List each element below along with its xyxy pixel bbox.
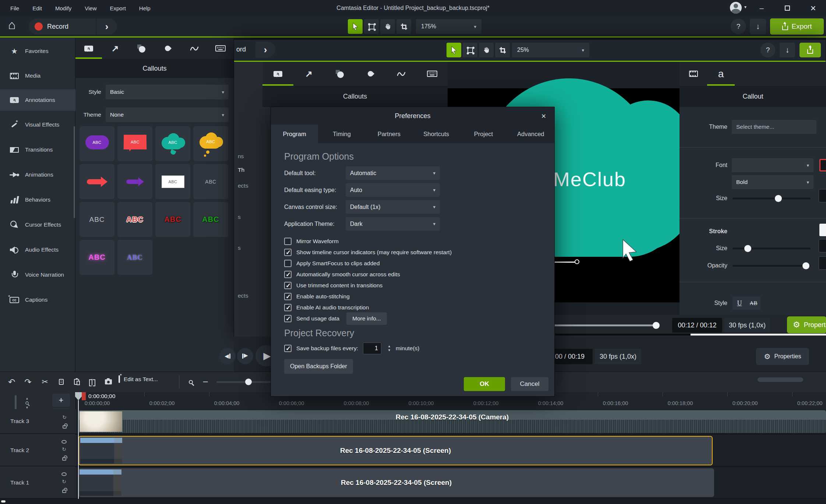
avatar[interactable] <box>730 2 742 14</box>
w2-pan-tool-button[interactable] <box>479 43 494 57</box>
home-icon[interactable]: ⌂ <box>8 18 16 32</box>
backup-minutes-stepper[interactable]: ▲▼ <box>388 345 391 352</box>
w2-opacity-field[interactable] <box>819 256 826 270</box>
w2-record-options-button[interactable]: › <box>255 42 275 58</box>
callout-red-arrow[interactable] <box>80 164 114 199</box>
timeline-hscrollbar[interactable] <box>758 377 803 382</box>
slider-knob[interactable] <box>744 245 751 252</box>
seek-knob[interactable] <box>653 322 660 329</box>
w2-font-size-slider[interactable] <box>733 198 811 199</box>
export-button[interactable]: Export <box>770 18 824 35</box>
dialog-close-button[interactable]: × <box>538 111 549 122</box>
eye-icon[interactable] <box>61 440 67 444</box>
loop-icon[interactable]: ↻ <box>62 479 66 485</box>
w2-scrollbar-thumb[interactable] <box>691 334 826 336</box>
backup-minutes-field[interactable] <box>363 342 381 354</box>
undo-button[interactable]: ↶ <box>5 375 18 388</box>
callout-purple-arrow[interactable] <box>117 164 152 199</box>
lock-icon[interactable] <box>62 490 66 493</box>
w2-help-button[interactable]: ? <box>760 43 775 57</box>
zoom-out-button[interactable]: − <box>199 375 212 388</box>
track1-header[interactable]: Track 1 ↻ <box>0 467 76 499</box>
checkbox-usage-data[interactable] <box>284 315 292 322</box>
timeline-zoom-slider[interactable] <box>216 381 272 383</box>
w2-props-tab-media[interactable] <box>679 62 707 86</box>
checkbox-timeline-cursor-indicators[interactable] <box>284 249 292 256</box>
cancel-button[interactable]: Cancel <box>511 377 548 391</box>
w2-download-button[interactable]: ↓ <box>780 43 795 57</box>
callout-dark-red-text[interactable]: ABC <box>155 202 190 237</box>
callout-gray-text[interactable]: ABC <box>80 202 114 237</box>
track3-header[interactable]: Track 3 ↻ <box>0 409 76 434</box>
sidebar-scrollbar[interactable] <box>74 126 75 218</box>
tab-keystrokes[interactable] <box>207 38 234 59</box>
w2-seek-slider[interactable] <box>553 324 659 326</box>
w2-stroke-size-field[interactable] <box>819 239 826 252</box>
callout-red-speech[interactable]: ABC <box>117 126 152 161</box>
w2-canvas-zoom-dropdown[interactable]: 25% ▾ <box>512 43 589 57</box>
sidebar-item-visual-effects[interactable]: Visual Effects <box>0 114 75 135</box>
zoom-timeline-button[interactable] <box>184 375 197 388</box>
open-backups-folder-button[interactable]: Open Backups Folder <box>284 359 353 374</box>
download-button[interactable]: ↓ <box>750 19 766 34</box>
sidebar-item-animations[interactable]: Animations <box>0 164 75 185</box>
sidebar-item-audio-effects[interactable]: Audio Effects <box>0 239 75 260</box>
application-theme-dropdown[interactable]: Dark▾ <box>346 217 440 231</box>
tab-callouts[interactable]: a <box>75 38 102 59</box>
playhead-red-handle[interactable] <box>82 392 86 400</box>
avatar-caret-icon[interactable]: ▾ <box>744 4 746 10</box>
tab-shapes[interactable] <box>128 38 155 59</box>
lock-icon[interactable] <box>63 425 67 429</box>
w2-share-button[interactable] <box>799 43 821 57</box>
canvas-zoom-dropdown[interactable]: 175% ▾ <box>416 19 481 34</box>
playhead-line[interactable] <box>78 400 79 499</box>
loop-icon[interactable]: ↻ <box>62 414 67 420</box>
w2-stroke-size-slider[interactable] <box>733 248 811 249</box>
w2-stroke-color-swatch[interactable] <box>819 224 826 236</box>
checkbox-mirror-waveform[interactable] <box>284 238 292 245</box>
callout-purple-bubble[interactable]: ABC <box>80 126 114 161</box>
step-forward-button[interactable]: ◀ <box>237 348 253 364</box>
w2-font-dropdown[interactable]: ▾ <box>732 158 813 172</box>
tab-sketch[interactable] <box>181 38 208 59</box>
maximize-button[interactable] <box>779 0 796 16</box>
w2-transform-tool-button[interactable] <box>463 43 477 57</box>
loop-icon[interactable]: ↻ <box>62 446 66 452</box>
canvas-control-size-dropdown[interactable]: Default (1x)▾ <box>346 200 440 214</box>
checkbox-ai-transcription[interactable] <box>284 304 292 311</box>
close-button[interactable]: × <box>805 0 822 16</box>
sidebar-item-behaviors[interactable]: Behaviors <box>0 189 75 210</box>
tab-partners[interactable]: Partners <box>366 125 413 143</box>
checkbox-auto-stitching[interactable] <box>284 293 292 300</box>
callout-pink-glow-text[interactable]: ABC <box>80 240 114 275</box>
w2-tab-keystrokes[interactable] <box>417 62 448 86</box>
paste-button[interactable] <box>70 375 83 388</box>
edit-as-text-button[interactable]: ✦ Edit as Text... <box>119 376 158 383</box>
track2-header[interactable]: Track 2 ↻ <box>0 435 76 466</box>
sidebar-item-favorites[interactable]: ★Favorites <box>0 41 75 61</box>
minimize-button[interactable]: – <box>753 0 770 16</box>
sidebar-item-cursor-effects[interactable]: Cursor Effects <box>0 214 75 235</box>
checkbox-trimmed-content[interactable] <box>284 282 292 289</box>
track3-clip[interactable]: Rec 16-08-2025-22-34-05 (Camera) <box>78 410 826 433</box>
copy-button[interactable] <box>54 375 68 388</box>
theme-dropdown[interactable]: None▾ <box>106 107 229 122</box>
w2-properties-button[interactable]: ⚙ Properties <box>787 316 826 333</box>
underline-button[interactable]: U <box>733 297 746 310</box>
ok-button[interactable]: OK <box>464 377 505 391</box>
w2-select-tool-button[interactable] <box>446 43 461 57</box>
checkbox-smooth-cursor[interactable] <box>284 271 292 278</box>
snapshot-button[interactable] <box>102 375 115 388</box>
style-dropdown[interactable]: Basic▾ <box>106 85 229 99</box>
callout-white-text-box[interactable]: ABC <box>155 164 190 199</box>
record-button[interactable]: Record <box>29 18 96 35</box>
split-button[interactable] <box>85 375 99 388</box>
tab-timing[interactable]: Timing <box>318 125 365 143</box>
w2-props-tab-text[interactable]: a <box>707 62 735 86</box>
transform-tool-button[interactable] <box>364 19 379 34</box>
track1-clip[interactable]: Rec 16-08-2025-22-34-05 (Screen) <box>78 468 714 497</box>
checkbox-smartfocus[interactable] <box>284 260 292 267</box>
callout-plain-text[interactable]: ABC <box>193 164 228 199</box>
track2-clip-selected[interactable]: Rec 16-08-2025-22-34-05 (Screen) <box>78 436 713 465</box>
callout-yellow-thought-cloud[interactable]: ABC <box>193 126 228 161</box>
